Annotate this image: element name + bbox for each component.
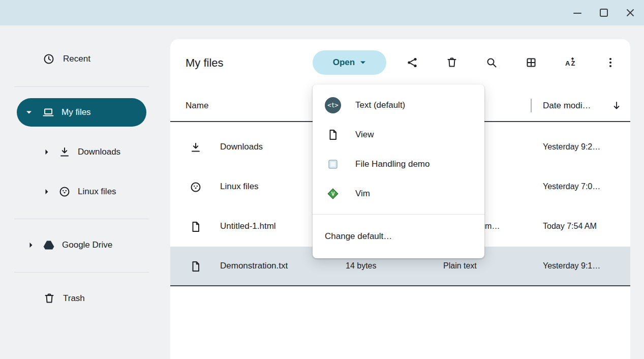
sidebar-item-trash[interactable]: Trash [43, 286, 85, 311]
grid-view-button[interactable] [519, 50, 543, 75]
chevron-right-icon [29, 242, 33, 248]
window-controls [569, 5, 638, 21]
sidebar: Recent My files Downloads Linux files [0, 25, 170, 359]
menu-item-label: Vim [355, 189, 370, 199]
sidebar-divider [14, 86, 149, 87]
menu-item-change-default[interactable]: Change default… [313, 215, 484, 258]
google-drive-icon [43, 239, 55, 251]
file-date: Yesterday 7:0… [543, 182, 600, 191]
sidebar-item-my-files[interactable]: My files [17, 98, 146, 127]
sidebar-item-linux-files[interactable]: Linux files [45, 180, 116, 204]
file-size: 14 bytes [346, 261, 376, 271]
column-name[interactable]: Name [186, 101, 208, 111]
more-options-button[interactable] [598, 50, 623, 75]
share-icon [406, 56, 418, 69]
sidebar-item-label: Recent [63, 54, 90, 64]
penguin-icon [58, 186, 71, 198]
menu-item-text-default[interactable]: <t> Text (default) [313, 91, 484, 120]
kebab-menu-icon [604, 56, 617, 69]
file-name: Untitled-1.html [220, 221, 276, 231]
menu-item-label: File Handling demo [355, 159, 430, 169]
file-date: Today 7:54 AM [543, 222, 597, 231]
search-button[interactable] [479, 50, 504, 75]
close-button[interactable] [622, 5, 638, 21]
chevron-down-icon [360, 61, 366, 65]
sort-direction-button[interactable] [609, 99, 624, 113]
chevron-right-icon [45, 149, 49, 155]
text-app-icon: <t> [325, 97, 341, 113]
chevron-right-icon [45, 189, 49, 195]
minimize-button[interactable] [569, 5, 586, 21]
sidebar-item-downloads[interactable]: Downloads [45, 140, 120, 164]
file-type: Plain text [443, 261, 477, 271]
svg-text:V: V [331, 191, 335, 197]
sidebar-item-label: Linux files [78, 187, 116, 197]
sidebar-item-google-drive[interactable]: Google Drive [29, 233, 112, 257]
delete-button[interactable] [440, 50, 464, 75]
open-with-menu: <t> Text (default) View File Handling de… [313, 84, 484, 258]
sidebar-item-label: My files [62, 107, 91, 117]
toolbar-actions: A Z [400, 50, 623, 75]
download-icon [190, 141, 202, 154]
penguin-icon [190, 181, 202, 193]
maximize-icon [598, 7, 610, 19]
minimize-icon [571, 7, 584, 19]
svg-text:A: A [565, 59, 570, 67]
grid-view-icon [525, 56, 537, 69]
file-icon [190, 260, 202, 273]
titlebar [0, 0, 644, 25]
column-resize-handle[interactable] [531, 99, 532, 112]
download-icon [58, 146, 71, 158]
maximize-button[interactable] [596, 5, 612, 21]
menu-item-vim[interactable]: V Vim [313, 179, 484, 208]
svg-text:Z: Z [571, 59, 575, 67]
vim-app-icon: V [325, 186, 341, 202]
file-handling-app-icon [325, 156, 341, 172]
sidebar-item-label: Trash [63, 293, 85, 304]
sidebar-divider [14, 272, 149, 273]
sidebar-item-label: Google Drive [62, 240, 112, 250]
file-date: Yesterday 9:2… [543, 142, 600, 152]
trash-icon [446, 56, 458, 69]
file-name: Demonstration.txt [220, 261, 288, 271]
file-icon [190, 221, 202, 233]
menu-item-file-handling-demo[interactable]: File Handling demo [313, 149, 484, 179]
share-button[interactable] [400, 50, 424, 75]
file-name: Linux files [220, 182, 259, 192]
file-name: Downloads [220, 142, 263, 152]
file-date: Yesterday 9:1… [543, 261, 600, 271]
chevron-down-icon [26, 110, 32, 114]
menu-item-view[interactable]: View [313, 120, 484, 149]
menu-item-label: Text (default) [355, 100, 405, 110]
open-button-label: Open [333, 57, 355, 68]
sidebar-item-label: Downloads [78, 147, 120, 157]
view-app-icon [325, 127, 341, 143]
text-app-glyph: <t> [325, 97, 341, 113]
page-title: My files [186, 56, 224, 70]
sort-az-icon: A Z [565, 56, 577, 69]
sidebar-divider [14, 219, 149, 219]
trash-icon [43, 292, 55, 305]
menu-item-label: View [355, 130, 374, 140]
laptop-icon [42, 106, 54, 118]
arrow-down-icon [610, 100, 623, 112]
open-button[interactable]: Open [313, 50, 386, 75]
sidebar-item-recent[interactable]: Recent [43, 47, 90, 71]
sort-az-button[interactable]: A Z [559, 50, 583, 75]
search-icon [485, 56, 498, 69]
clock-icon [43, 53, 55, 65]
column-date-modified[interactable]: Date modi… [543, 101, 591, 111]
close-icon [624, 7, 636, 19]
